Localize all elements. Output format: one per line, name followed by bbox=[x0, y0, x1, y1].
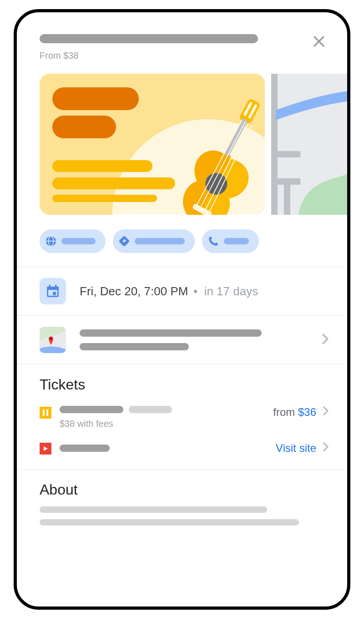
svg-rect-5 bbox=[52, 177, 175, 189]
svg-rect-3 bbox=[52, 116, 116, 138]
visit-site-label: Visit site bbox=[276, 442, 316, 455]
event-hero-image[interactable] bbox=[40, 74, 265, 215]
svg-rect-18 bbox=[271, 74, 278, 215]
svg-rect-20 bbox=[278, 151, 300, 157]
ticket-vendor-1-row[interactable]: $38 with fees from $36 bbox=[17, 399, 347, 435]
svg-rect-27 bbox=[47, 287, 59, 290]
svg-rect-34 bbox=[43, 410, 45, 416]
ticket-vendor-2-row[interactable]: Visit site bbox=[17, 435, 347, 461]
datetime-text-group: Fri, Dec 20, 7:00 PM • in 17 days bbox=[80, 284, 258, 298]
close-icon bbox=[311, 34, 327, 49]
vendor-1-icon bbox=[40, 407, 51, 419]
chip-label-placeholder bbox=[224, 238, 249, 244]
svg-rect-25 bbox=[119, 236, 130, 247]
phone-icon bbox=[207, 235, 219, 247]
hero-row bbox=[17, 61, 347, 215]
vendor-1-price: from $36 bbox=[273, 406, 329, 419]
globe-icon bbox=[45, 235, 57, 247]
svg-rect-29 bbox=[55, 285, 57, 288]
svg-rect-6 bbox=[52, 195, 157, 202]
directions-icon bbox=[118, 235, 130, 247]
chevron-right-icon bbox=[322, 333, 329, 347]
event-title-placeholder bbox=[40, 34, 258, 43]
vendor-1-name-placeholder bbox=[60, 406, 265, 413]
vendor-2-icon bbox=[40, 443, 51, 455]
price-value: $36 bbox=[298, 406, 316, 418]
header-left: From $38 bbox=[40, 30, 309, 61]
svg-rect-31 bbox=[53, 292, 56, 295]
location-line1-placeholder bbox=[80, 329, 262, 337]
about-heading: About bbox=[17, 470, 347, 505]
about-text-placeholder bbox=[17, 505, 347, 546]
action-chips-row bbox=[17, 215, 347, 267]
directions-chip[interactable] bbox=[113, 229, 195, 253]
datetime-relative: in 17 days bbox=[204, 284, 258, 298]
device-frame: From $38 bbox=[14, 9, 350, 610]
visit-site-link[interactable]: Visit site bbox=[276, 442, 329, 455]
svg-rect-4 bbox=[52, 160, 152, 172]
ticket-vendor-2-info bbox=[60, 445, 268, 452]
vendor-1-fees: $38 with fees bbox=[60, 419, 265, 429]
tickets-heading: Tickets bbox=[17, 364, 347, 399]
header: From $38 bbox=[17, 30, 347, 61]
content: From $38 bbox=[17, 12, 347, 546]
chip-label-placeholder bbox=[135, 238, 185, 244]
close-button[interactable] bbox=[309, 31, 329, 51]
call-chip[interactable] bbox=[202, 229, 259, 253]
map-preview[interactable] bbox=[271, 74, 347, 215]
svg-rect-19 bbox=[284, 183, 290, 215]
vendor-2-name-placeholder bbox=[60, 445, 110, 452]
svg-rect-28 bbox=[49, 285, 51, 288]
svg-rect-35 bbox=[46, 410, 48, 416]
svg-point-33 bbox=[50, 337, 52, 340]
location-row[interactable] bbox=[17, 316, 347, 364]
svg-rect-2 bbox=[52, 87, 139, 110]
location-line2-placeholder bbox=[80, 343, 189, 350]
svg-rect-21 bbox=[278, 178, 300, 185]
chevron-right-icon bbox=[323, 442, 329, 455]
location-text bbox=[80, 329, 308, 350]
price-from-label: from bbox=[273, 406, 295, 418]
calendar-icon-box bbox=[40, 278, 66, 304]
price-from-label: From $38 bbox=[40, 51, 309, 61]
location-map-thumb bbox=[40, 327, 66, 353]
ticket-vendor-1-info: $38 with fees bbox=[60, 406, 265, 429]
chevron-right-icon bbox=[323, 406, 329, 419]
chip-label-placeholder bbox=[61, 238, 96, 244]
datetime-text: Fri, Dec 20, 7:00 PM bbox=[80, 284, 188, 298]
datetime-row: Fri, Dec 20, 7:00 PM • in 17 days bbox=[17, 267, 347, 315]
calendar-icon bbox=[45, 283, 61, 299]
datetime-separator: • bbox=[190, 284, 204, 298]
website-chip[interactable] bbox=[40, 229, 106, 253]
